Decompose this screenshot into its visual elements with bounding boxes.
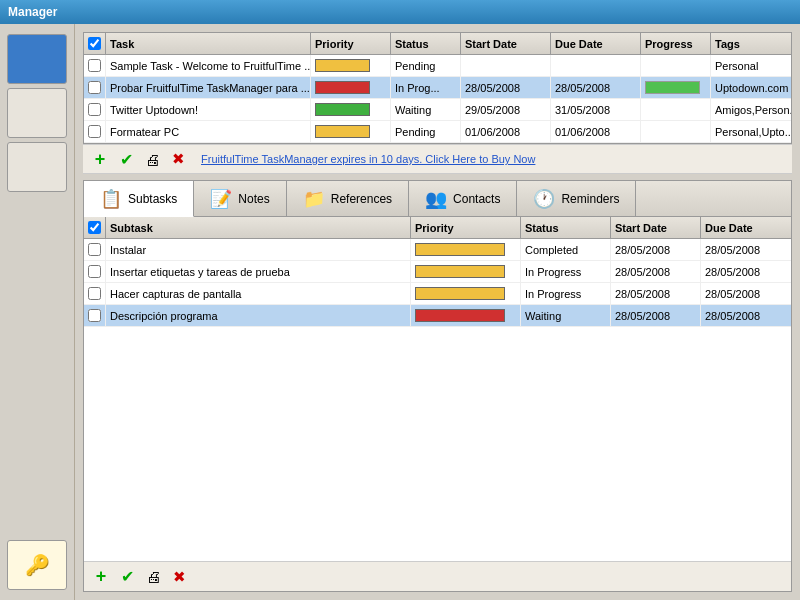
tasks-table-header: Task Priority Status Start Date Due Date… [84, 33, 791, 55]
select-all-tasks[interactable] [88, 37, 101, 50]
task-tags-cell: Uptodown.com [711, 77, 791, 98]
task-check-cell [84, 77, 106, 98]
subtasks-table-body: Instalar Completed 28/05/2008 28/05/2008… [84, 239, 791, 327]
tab-subtasks-label: Subtasks [128, 192, 177, 206]
sub-th-subtask: Subtask [106, 217, 411, 238]
task-tags-cell: Personal [711, 55, 791, 76]
task-priority-cell [311, 77, 391, 98]
task-start-date-cell [461, 55, 551, 76]
task-priority-cell [311, 55, 391, 76]
subtask-row[interactable]: Insertar etiquetas y tareas de prueba In… [84, 261, 791, 283]
sidebar-item-1[interactable] [7, 88, 67, 138]
th-start-date: Start Date [461, 33, 551, 54]
subtask-checkbox[interactable] [88, 309, 101, 322]
th-due-date: Due Date [551, 33, 641, 54]
subtask-check-cell [84, 239, 106, 260]
subtask-start-date-cell: 28/05/2008 [611, 239, 701, 260]
th-tags: Tags [711, 33, 791, 54]
tab-references-label: References [331, 192, 392, 206]
subtask-name-cell: Insertar etiquetas y tareas de prueba [106, 261, 411, 282]
add-subtask-button[interactable]: + [90, 566, 112, 588]
sidebar-item-bottom[interactable]: 🔑 [7, 540, 67, 590]
subtask-priority-cell [411, 239, 521, 260]
task-status-cell: Pending [391, 121, 461, 142]
task-progress-cell [641, 77, 711, 98]
th-task: Task [106, 33, 311, 54]
task-tags-cell: Personal,Upto... [711, 121, 791, 142]
task-name-cell: Twitter Uptodown! [106, 99, 311, 120]
task-progress-cell [641, 99, 711, 120]
subtask-checkbox[interactable] [88, 287, 101, 300]
accept-task-button[interactable]: ✔ [115, 148, 137, 170]
subtask-checkbox[interactable] [88, 243, 101, 256]
notes-icon: 📝 [210, 188, 232, 210]
delete-subtask-button[interactable]: ✖ [168, 566, 190, 588]
subtask-start-date-cell: 28/05/2008 [611, 305, 701, 326]
th-status: Status [391, 33, 461, 54]
task-due-date-cell: 01/06/2008 [551, 121, 641, 142]
sub-th-due-date: Due Date [701, 217, 791, 238]
th-priority: Priority [311, 33, 391, 54]
delete-task-button[interactable]: ✖ [167, 148, 189, 170]
sidebar-item-2[interactable] [7, 142, 67, 192]
subtask-row[interactable]: Hacer capturas de pantalla In Progress 2… [84, 283, 791, 305]
task-row[interactable]: Sample Task - Welcome to FruitfulTime ..… [84, 55, 791, 77]
print-task-button[interactable]: 🖨 [141, 148, 163, 170]
subtask-status-cell: Completed [521, 239, 611, 260]
main-container: 🔑 Task Priority Status Start Date Due Da… [0, 24, 800, 600]
subtask-due-date-cell: 28/05/2008 [701, 283, 791, 304]
task-check-cell [84, 55, 106, 76]
subtask-check-cell [84, 283, 106, 304]
task-priority-cell [311, 121, 391, 142]
add-task-button[interactable]: + [89, 148, 111, 170]
tab-reminders-label: Reminders [561, 192, 619, 206]
sub-th-start-date: Start Date [611, 217, 701, 238]
subtask-name-cell: Hacer capturas de pantalla [106, 283, 411, 304]
th-progress: Progress [641, 33, 711, 54]
task-checkbox[interactable] [88, 59, 101, 72]
task-start-date-cell: 01/06/2008 [461, 121, 551, 142]
th-check [84, 33, 106, 54]
subtasks-icon: 📋 [100, 188, 122, 210]
subtask-status-cell: In Progress [521, 261, 611, 282]
task-due-date-cell: 28/05/2008 [551, 77, 641, 98]
tasks-panel: Task Priority Status Start Date Due Date… [83, 32, 792, 144]
subtask-row[interactable]: Instalar Completed 28/05/2008 28/05/2008 [84, 239, 791, 261]
print-subtask-button[interactable]: 🖨 [142, 566, 164, 588]
sub-th-priority: Priority [411, 217, 521, 238]
subtask-check-cell [84, 261, 106, 282]
tab-notes-label: Notes [238, 192, 269, 206]
task-row[interactable]: Formatear PC Pending 01/06/2008 01/06/20… [84, 121, 791, 143]
task-checkbox[interactable] [88, 103, 101, 116]
tab-contacts[interactable]: 👥 Contacts [409, 181, 517, 216]
task-due-date-cell: 31/05/2008 [551, 99, 641, 120]
sub-th-check [84, 217, 106, 238]
subtask-priority-cell [411, 305, 521, 326]
tab-notes[interactable]: 📝 Notes [194, 181, 286, 216]
subtask-row[interactable]: Descripción programa Waiting 28/05/2008 … [84, 305, 791, 327]
tab-reminders[interactable]: 🕐 Reminders [517, 181, 636, 216]
select-all-subtasks[interactable] [88, 221, 101, 234]
reminders-icon: 🕐 [533, 188, 555, 210]
task-name-cell: Probar FruitfulTime TaskManager para ... [106, 77, 311, 98]
subtask-checkbox[interactable] [88, 265, 101, 278]
task-start-date-cell: 28/05/2008 [461, 77, 551, 98]
tab-subtasks[interactable]: 📋 Subtasks [84, 181, 194, 217]
task-row[interactable]: Twitter Uptodown! Waiting 29/05/2008 31/… [84, 99, 791, 121]
tab-references[interactable]: 📁 References [287, 181, 409, 216]
accept-subtask-button[interactable]: ✔ [116, 566, 138, 588]
subtask-priority-cell [411, 261, 521, 282]
task-status-cell: Waiting [391, 99, 461, 120]
task-name-cell: Formatear PC [106, 121, 311, 142]
task-tags-cell: Amigos,Person... [711, 99, 791, 120]
task-check-cell [84, 121, 106, 142]
title-bar-label: Manager [8, 5, 57, 19]
task-checkbox[interactable] [88, 125, 101, 138]
task-row[interactable]: Probar FruitfulTime TaskManager para ...… [84, 77, 791, 99]
expiry-notice[interactable]: FruitfulTime TaskManager expires in 10 d… [201, 153, 535, 165]
task-checkbox[interactable] [88, 81, 101, 94]
sidebar-item-active[interactable] [7, 34, 67, 84]
title-bar: Manager [0, 0, 800, 24]
task-start-date-cell: 29/05/2008 [461, 99, 551, 120]
subtask-due-date-cell: 28/05/2008 [701, 305, 791, 326]
